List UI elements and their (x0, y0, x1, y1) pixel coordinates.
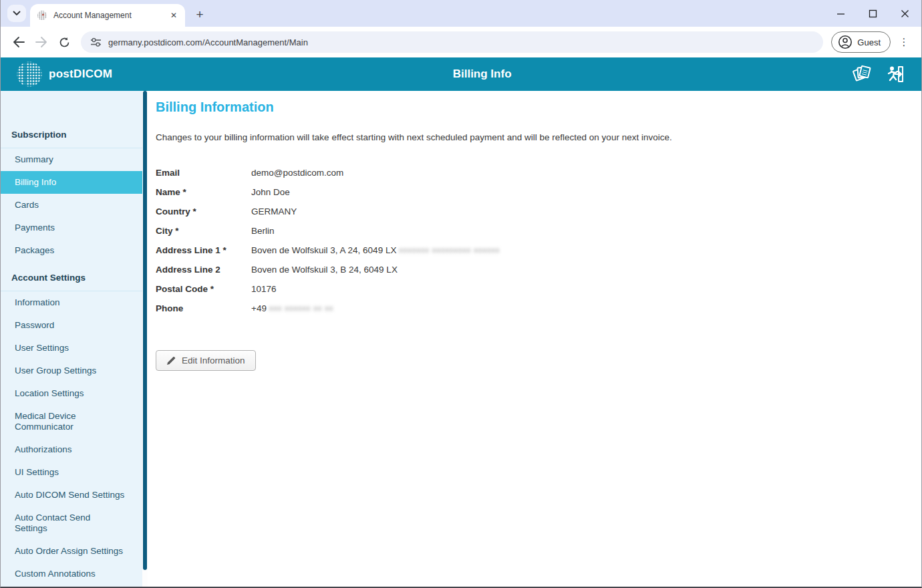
url-text: germany.postdicom.com/AccountManagement/… (108, 37, 308, 47)
field-value: Boven de Wolfskuil 3, B 24, 6049 LX (251, 265, 398, 275)
tab-title: Account Management (53, 11, 168, 20)
page-title: Billing Information (156, 100, 901, 115)
field-value: demo@postdicom.com (251, 168, 343, 178)
field-label: Email (156, 168, 251, 178)
tab-strip: Account Management ✕ + (1, 0, 921, 27)
sidebar-item-password[interactable]: Password (1, 314, 148, 337)
field-label: Address Line 2 (156, 265, 251, 275)
sidebar: Subscription Summary Billing Info Cards … (1, 91, 148, 587)
field-label: Address Line 1 * (156, 245, 251, 255)
pencil-icon (166, 356, 176, 365)
sidebar-item-information[interactable]: Information (1, 291, 148, 314)
browser-toolbar: germany.postdicom.com/AccountManagement/… (1, 27, 921, 57)
main-content: Billing Information Changes to your bill… (148, 91, 921, 587)
back-button[interactable] (9, 32, 29, 52)
field-row-name: Name * John Doe (156, 182, 901, 202)
page-header-title: Billing Info (112, 67, 852, 81)
sidebar-item-cards[interactable]: Cards (1, 194, 148, 216)
forward-button[interactable] (31, 32, 51, 52)
redacted-text: xxx xxxxxx xx xx (269, 304, 334, 312)
sidebar-item-ui-settings[interactable]: UI Settings (1, 461, 148, 484)
sidebar-item-authorizations[interactable]: Authorizations (1, 438, 148, 461)
sidebar-item-custom-annotations[interactable]: Custom Annotations (1, 563, 148, 585)
url-bar[interactable]: germany.postdicom.com/AccountManagement/… (81, 31, 823, 53)
header-icons (852, 64, 907, 84)
sidebar-item-packages[interactable]: Packages (1, 239, 148, 262)
field-value: Berlin (251, 226, 275, 236)
sidebar-scrollbar (142, 91, 148, 587)
redacted-text: xxxxxxx xxxxxxxxx xxxxxx (399, 246, 500, 254)
close-window-button[interactable] (900, 9, 909, 18)
guest-label: Guest (857, 37, 881, 47)
edit-button-label: Edit Information (182, 355, 245, 365)
page-description: Changes to your billing information will… (156, 132, 901, 142)
postdicom-logo: postDICOM (15, 60, 112, 88)
sidebar-item-user-settings[interactable]: User Settings (1, 337, 148, 359)
guest-avatar-icon (838, 35, 853, 49)
sidebar-item-auto-contact-send-settings[interactable]: Auto Contact Send Settings (1, 506, 118, 540)
field-row-address-line-2: Address Line 2 Boven de Wolfskuil 3, B 2… (156, 260, 901, 279)
orders-stack-icon[interactable] (852, 64, 873, 84)
chevron-down-icon (13, 11, 21, 16)
postdicom-logo-icon (15, 60, 43, 88)
sidebar-item-payments[interactable]: Payments (1, 216, 148, 239)
field-label: Postal Code * (156, 284, 251, 294)
field-value: Boven de Wolfskuil 3, A 24, 6049 LX (251, 245, 399, 255)
guest-profile-button[interactable]: Guest (831, 31, 891, 53)
new-tab-button[interactable]: + (190, 5, 209, 24)
logo-text: postDICOM (49, 67, 112, 81)
sidebar-item-auto-order-assign-settings[interactable]: Auto Order Assign Settings (1, 540, 148, 563)
field-value: John Doe (251, 187, 290, 197)
sidebar-item-medical-device-communicator[interactable]: Medical Device Communicator (1, 405, 124, 438)
app-header: postDICOM Billing Info (1, 57, 921, 91)
sidebar-item-summary[interactable]: Summary (1, 148, 148, 171)
reload-button[interactable] (54, 32, 74, 52)
sidebar-scrollbar-thumb[interactable] (143, 91, 147, 570)
field-row-country: Country * GERMANY (156, 202, 901, 221)
field-row-postal-code: Postal Code * 10176 (156, 279, 901, 299)
sidebar-section-subscription: Subscription (1, 119, 148, 148)
browser-menu-icon[interactable]: ⋮ (896, 32, 912, 52)
field-label: Name * (156, 187, 251, 197)
sidebar-item-user-group-settings[interactable]: User Group Settings (1, 359, 148, 382)
sidebar-item-location-settings[interactable]: Location Settings (1, 382, 148, 405)
field-label: Country * (156, 206, 251, 216)
postdicom-favicon-icon (37, 10, 47, 21)
field-label: City * (156, 226, 251, 236)
tab-search-button[interactable] (7, 5, 26, 22)
browser-tab[interactable]: Account Management ✕ (30, 4, 185, 27)
maximize-button[interactable] (868, 9, 877, 18)
field-value: GERMANY (251, 206, 297, 216)
sidebar-item-auto-dicom-send-settings[interactable]: Auto DICOM Send Settings (1, 484, 148, 506)
minimize-button[interactable] (836, 9, 845, 18)
window-controls (836, 0, 909, 27)
billing-form: Email demo@postdicom.com Name * John Doe… (156, 163, 901, 318)
edit-information-button[interactable]: Edit Information (156, 350, 256, 371)
field-row-email: Email demo@postdicom.com (156, 163, 901, 182)
tab-close-icon[interactable]: ✕ (168, 9, 180, 21)
field-row-phone: Phone +49 xxx xxxxxx xx xx (156, 299, 901, 318)
sidebar-item-billing-info[interactable]: Billing Info (1, 171, 148, 194)
site-settings-icon[interactable] (90, 37, 102, 47)
browser-window: Account Management ✕ + (0, 0, 922, 588)
field-row-city: City * Berlin (156, 221, 901, 241)
sidebar-section-account-settings: Account Settings (1, 262, 148, 291)
field-value: +49 (251, 303, 269, 313)
field-row-address-line-1: Address Line 1 * Boven de Wolfskuil 3, A… (156, 241, 901, 260)
logout-icon[interactable] (885, 64, 907, 84)
field-value: 10176 (251, 284, 277, 294)
field-label: Phone (156, 303, 251, 313)
